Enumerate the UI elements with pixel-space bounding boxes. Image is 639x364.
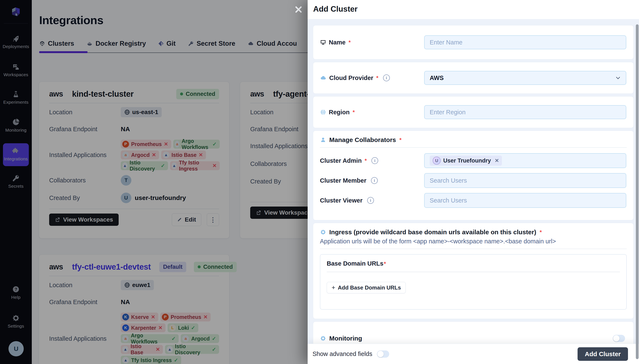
cluster-member-label: Cluster Memberi xyxy=(320,177,424,184)
show-advanced-fields-toggle[interactable] xyxy=(377,350,389,358)
monitor-icon xyxy=(320,39,326,46)
drawer-body: Name* Enter Name Cloud Provider* i AWS xyxy=(308,19,639,344)
region-input[interactable]: Enter Region xyxy=(424,105,626,119)
add-base-domain-urls-button[interactable]: + Add Base Domain URLs xyxy=(327,282,406,293)
cluster-admin-label: Cluster Admin*i xyxy=(320,157,424,164)
gear-icon xyxy=(320,229,326,235)
close-drawer-button[interactable] xyxy=(294,5,303,14)
globe-icon xyxy=(320,109,326,115)
cluster-admin-input[interactable]: U User Truefoundry ✕ xyxy=(424,153,626,168)
info-icon[interactable]: i xyxy=(371,157,378,164)
collaborators-section: Manage Collaborators* Cluster Admin*i U … xyxy=(313,130,634,220)
collaborators-header: Manage Collaborators* xyxy=(320,136,627,144)
cluster-viewer-input[interactable]: Search Users xyxy=(424,193,626,208)
info-icon[interactable]: i xyxy=(371,177,378,184)
chip-avatar: U xyxy=(433,156,441,165)
info-icon[interactable]: i xyxy=(383,74,390,81)
required-asterisk: * xyxy=(353,109,355,116)
gear-icon xyxy=(320,335,326,342)
monitoring-toggle[interactable] xyxy=(613,335,625,342)
modal-backdrop[interactable] xyxy=(0,0,308,364)
required-asterisk: * xyxy=(540,229,542,236)
name-section: Name* Enter Name xyxy=(313,25,634,60)
required-asterisk: * xyxy=(399,137,401,143)
base-domain-urls-label: Base Domain URLs* xyxy=(327,260,620,267)
drawer-title: Add Cluster xyxy=(313,5,358,14)
monitoring-header: Monitoring xyxy=(320,335,362,342)
name-label: Name* xyxy=(320,39,424,46)
ingress-section: Ingress (provide wildcard base domain ur… xyxy=(313,223,634,319)
required-asterisk: * xyxy=(348,39,351,46)
region-label: Region* xyxy=(320,109,424,116)
monitoring-section: Monitoring xyxy=(313,322,634,344)
region-section: Region* Enter Region xyxy=(313,96,634,128)
drawer-footer: Show advanced fields Add Cluster xyxy=(308,344,639,364)
person-icon xyxy=(320,137,326,143)
user-chip: U User Truefoundry ✕ xyxy=(430,156,502,166)
ingress-subtitle: Application urls will be of the form <ap… xyxy=(320,238,627,245)
show-advanced-fields-label: Show advanced fields xyxy=(313,350,372,358)
info-icon[interactable]: i xyxy=(367,197,374,204)
cluster-viewer-label: Cluster Vieweri xyxy=(320,197,424,204)
cloud-icon xyxy=(320,75,327,81)
cloud-provider-section: Cloud Provider* i AWS xyxy=(313,62,634,94)
add-cluster-submit-button[interactable]: Add Cluster xyxy=(578,347,628,361)
required-asterisk: * xyxy=(376,75,378,81)
cluster-member-input[interactable]: Search Users xyxy=(424,173,626,188)
cloud-provider-select[interactable]: AWS xyxy=(424,71,626,85)
name-input[interactable]: Enter Name xyxy=(424,35,626,49)
drawer-scrollbar[interactable] xyxy=(636,24,638,359)
add-cluster-drawer: Add Cluster Name* Enter Name Cloud Provi… xyxy=(308,0,639,364)
base-domain-urls-box: Base Domain URLs* + Add Base Domain URLs xyxy=(320,254,627,310)
toggle-knob xyxy=(377,351,384,357)
cloud-provider-label: Cloud Provider* i xyxy=(320,74,424,82)
ingress-header: Ingress (provide wildcard base domain ur… xyxy=(320,228,627,236)
chip-remove-icon[interactable]: ✕ xyxy=(495,158,499,164)
chevron-down-icon xyxy=(615,75,621,81)
plus-icon: + xyxy=(332,284,335,291)
toggle-knob xyxy=(613,335,619,342)
drawer-header: Add Cluster xyxy=(308,0,639,19)
